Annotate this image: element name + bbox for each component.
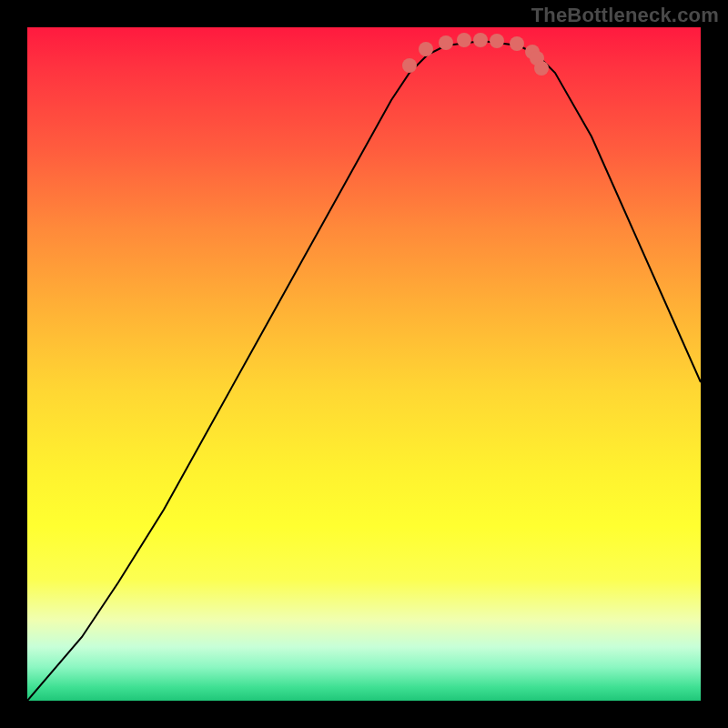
chart-frame: TheBottleneck.com	[0, 0, 728, 728]
chart-plot-area	[27, 27, 701, 701]
highlight-dot	[490, 34, 504, 48]
highlight-dot	[534, 61, 549, 76]
highlight-dot	[439, 35, 453, 50]
highlight-dots-group	[402, 33, 549, 76]
highlight-dot	[457, 33, 471, 47]
highlight-dot	[419, 42, 433, 56]
highlight-dot	[510, 36, 524, 51]
highlight-dot	[402, 58, 417, 73]
watermark-text: TheBottleneck.com	[531, 4, 719, 27]
chart-svg	[27, 27, 701, 701]
bottleneck-curve	[27, 41, 701, 701]
highlight-dot	[473, 33, 488, 47]
